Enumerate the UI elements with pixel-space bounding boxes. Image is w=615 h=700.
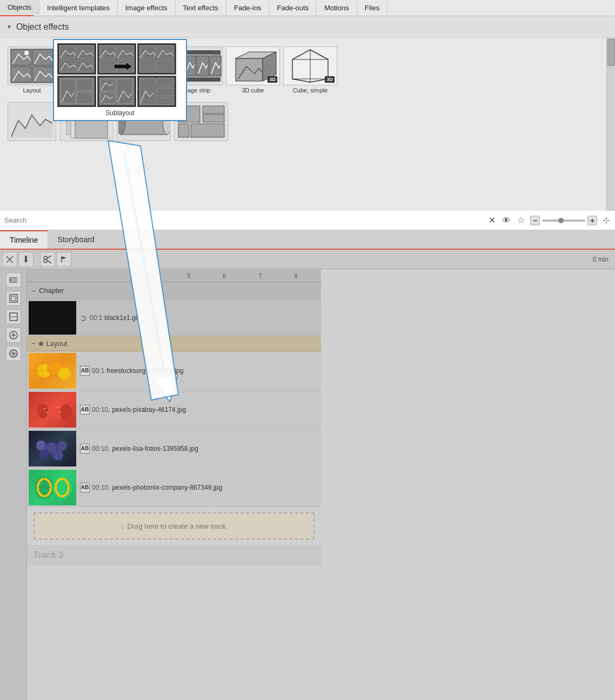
effect-layout-label: Layout [23, 87, 41, 94]
layout-dot [39, 342, 43, 346]
svg-rect-40 [59, 60, 76, 72]
svg-point-103 [36, 441, 45, 449]
svg-marker-71 [62, 256, 66, 259]
star-icon[interactable]: ☆ [516, 214, 526, 226]
track-item-freestocks[interactable]: AB 00:1 freestocksorg-1002778.jpg [27, 351, 321, 390]
fullscreen-icon[interactable]: ⊹ [601, 214, 611, 226]
drag-track[interactable]: ↓ Drag here to create a new track. [34, 512, 315, 539]
left-tool-4[interactable] [6, 328, 21, 343]
svg-point-116 [57, 480, 68, 495]
tab-intelligent-templates[interactable]: Intelligent templates [39, 0, 118, 16]
track-time-photomix: 00:10, [92, 484, 110, 491]
tab-image-effects[interactable]: Image effects [118, 0, 176, 16]
tab-text-effects[interactable]: Text effects [176, 0, 227, 16]
cut-snap-tool[interactable] [2, 252, 17, 267]
ab-icon-pixabay: AB [80, 405, 90, 415]
svg-line-68 [47, 256, 52, 259]
svg-point-66 [44, 256, 47, 259]
collapse-icon[interactable]: ▼ [6, 24, 12, 30]
track-time-lisa: 00:10, [92, 445, 110, 452]
svg-point-101 [60, 411, 61, 412]
track-thumb-blueberry [29, 431, 76, 466]
effect-layout[interactable]: Layout [8, 44, 56, 96]
svg-rect-61 [157, 97, 174, 105]
search-input[interactable] [4, 216, 484, 224]
svg-marker-20 [236, 58, 263, 81]
track-filename-pixabay: pexels-pixabay-46174.jpg [112, 406, 186, 414]
svg-rect-34 [203, 106, 224, 114]
svg-rect-52 [77, 79, 93, 91]
time-display: 0 min [589, 256, 613, 263]
timeline-tracks: 4 5 6 7 8 9 − Chapter ↄ 00:1 black1x1.gi… [27, 269, 321, 700]
drag-down-icon: ↓ [121, 522, 124, 530]
flag-tool[interactable] [56, 252, 71, 267]
track-filename-lisa: pexels-lisa-fotios-1395958.jpg [112, 445, 198, 452]
timeline-right-empty [321, 269, 615, 700]
svg-rect-57 [117, 79, 133, 104]
track-time-freestocks: 00:1 [92, 367, 104, 375]
tab-files[interactable]: Files [357, 0, 387, 16]
effects-area: Layout Sublayout [0, 38, 615, 211]
left-tool-1[interactable] [6, 272, 21, 288]
effect-cube-simple[interactable]: 3D Cube, simple [283, 44, 337, 96]
tab-objects[interactable]: Objects [0, 0, 39, 16]
track-chapter-header: − Chapter [27, 282, 321, 299]
svg-point-91 [58, 367, 71, 380]
tab-fade-ins[interactable]: Fade-ins [226, 0, 270, 16]
effect-row2-1[interactable] [8, 100, 56, 143]
svg-point-107 [39, 450, 49, 460]
zoom-thumb[interactable] [558, 218, 564, 223]
tab-timeline[interactable]: Timeline [0, 230, 48, 249]
visibility-icon[interactable]: 👁 [501, 215, 512, 226]
zoom-minus-button[interactable]: − [530, 216, 540, 225]
tab-fade-outs[interactable]: Fade-outs [270, 0, 317, 16]
layout-minus[interactable]: − [31, 339, 36, 348]
svg-rect-60 [157, 88, 174, 96]
svg-point-99 [46, 412, 48, 413]
svg-point-106 [57, 441, 67, 451]
zoom-plus-button[interactable]: + [587, 216, 597, 225]
svg-rect-48 [139, 60, 156, 72]
tab-motions[interactable]: Motions [317, 0, 357, 16]
chapter-collapse[interactable]: − [31, 286, 36, 295]
ab-icon-photomix: AB [80, 483, 90, 492]
top-nav: Objects Intelligent templates Image effe… [0, 0, 615, 16]
svg-rect-58 [139, 78, 156, 105]
track-filename-gif: black1x1.gif [104, 314, 138, 322]
timeline-left-tools [0, 269, 27, 700]
track-filename-freestocks: freestocksorg-1002778.jpg [106, 367, 183, 375]
svg-point-97 [60, 404, 72, 421]
search-icons: ✕ 👁 ☆ − + ⊹ [487, 214, 611, 226]
track-info-freestocks: AB 00:1 freestocksorg-1002778.jpg [78, 366, 183, 376]
ab-icon-lisa: AB [80, 444, 90, 454]
track-item-lisa[interactable]: AB 00:10, pexels-lisa-fotios-1395958.jpg [27, 429, 321, 468]
track-info-lisa: AB 00:10, pexels-lisa-fotios-1395958.jpg [78, 444, 198, 454]
track-item-gif[interactable]: ↄ 00:1 black1x1.gif [27, 299, 321, 336]
track-info-gif: ↄ 00:1 black1x1.gif [78, 312, 139, 324]
close-icon[interactable]: ✕ [487, 214, 497, 226]
time-marker-tool[interactable] [18, 252, 34, 267]
tab-storyboard[interactable]: Storyboard [48, 230, 104, 249]
zoom-track[interactable] [542, 219, 585, 222]
svg-rect-53 [77, 92, 93, 104]
scissors-tool[interactable] [40, 252, 55, 267]
svg-rect-49 [157, 60, 174, 72]
svg-rect-37 [191, 124, 224, 137]
left-tool-3[interactable] [6, 309, 21, 324]
svg-rect-59 [157, 78, 174, 86]
track-item-pixabay[interactable]: AB 00:10, pexels-pixabay-46174.jpg [27, 390, 321, 429]
left-tool-2[interactable] [6, 291, 21, 306]
track-time-pixabay: 00:10, [92, 406, 110, 414]
track-item-photomix[interactable]: AB 00:10, pexels-photomix-company-867349… [27, 468, 321, 507]
drag-track-area[interactable]: ↓ Drag here to create a new track. [27, 507, 321, 545]
timeline-tabs: Timeline Storyboard [0, 230, 615, 250]
left-tool-5[interactable] [6, 346, 21, 361]
sublayout-popup-label: Sublayout [57, 109, 183, 117]
svg-point-100 [57, 407, 58, 408]
svg-point-108 [52, 450, 63, 461]
svg-point-98 [44, 408, 45, 409]
track-info-photomix: AB 00:10, pexels-photomix-company-867349… [78, 483, 222, 492]
track-time-gif: 00:1 [90, 314, 102, 322]
effect-3d-cube[interactable]: 3D 3D cube [226, 44, 280, 96]
timeline-ruler: 4 5 6 7 8 9 [27, 269, 321, 282]
